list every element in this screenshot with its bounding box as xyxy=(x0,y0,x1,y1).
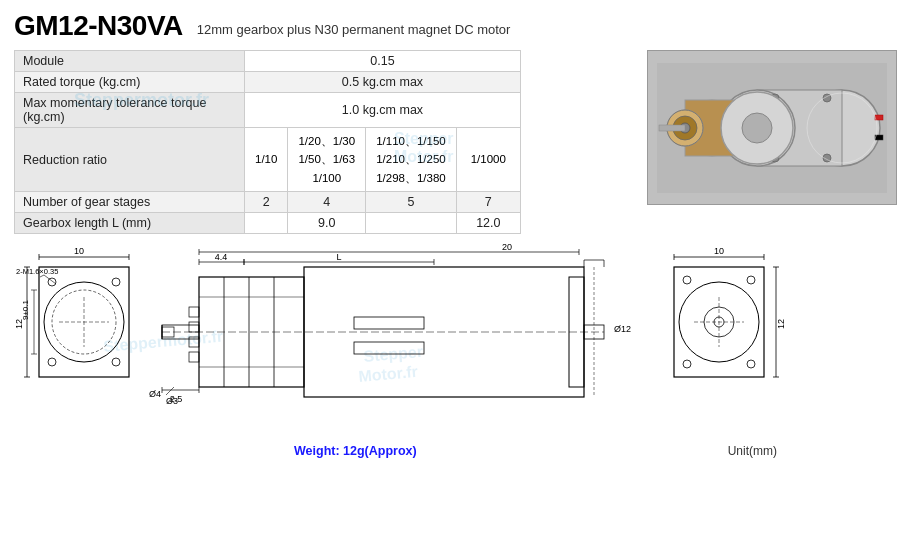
motor-image-box xyxy=(647,50,897,205)
svg-line-28 xyxy=(44,275,56,284)
main-container: GM12-N30VA 12mm gearbox plus N30 permane… xyxy=(0,0,911,549)
max-torque-label: Max momentary tolerance torque (kg.cm) xyxy=(15,93,245,128)
gear-stages-4: 4 xyxy=(288,192,366,213)
svg-point-42 xyxy=(112,358,120,366)
table-row-module: Module 0.15 xyxy=(15,51,521,72)
motor-illustration xyxy=(657,63,887,193)
gearbox-length-empty2 xyxy=(366,213,457,234)
svg-point-104 xyxy=(683,276,691,284)
header: GM12-N30VA 12mm gearbox plus N30 permane… xyxy=(14,10,897,42)
technical-drawings-svg: Steppermotor.fr Stepper Motor.fr 10 2-M1… xyxy=(14,242,894,442)
weight-text: Weight: 12g(Approx) xyxy=(294,444,417,458)
module-value: 0.15 xyxy=(245,51,521,72)
gearbox-length-label: Gearbox length L (mm) xyxy=(15,213,245,234)
gear-stages-5: 5 xyxy=(366,192,457,213)
svg-rect-73 xyxy=(354,317,424,329)
svg-point-105 xyxy=(747,276,755,284)
svg-text:9±0.1: 9±0.1 xyxy=(21,300,30,321)
module-label: Module xyxy=(15,51,245,72)
table-row-gear-stages: Number of gear stages 2 4 5 7 xyxy=(15,192,521,213)
svg-text:2-M1.6×0.35: 2-M1.6×0.35 xyxy=(16,267,58,276)
svg-text:Motor.fr: Motor.fr xyxy=(358,363,419,385)
rr-col-1: 1/10 xyxy=(245,128,288,192)
svg-point-41 xyxy=(48,358,56,366)
svg-text:10: 10 xyxy=(74,246,84,256)
svg-text:Ø12: Ø12 xyxy=(614,324,631,334)
gearbox-length-90: 9.0 xyxy=(288,213,366,234)
svg-point-40 xyxy=(112,278,120,286)
gear-stages-2: 2 xyxy=(245,192,288,213)
rr-col-4: 1/1000 xyxy=(456,128,520,192)
rr-col-3: 1/110、1/1501/210、1/2501/298、1/380 xyxy=(366,128,457,192)
svg-text:4.4: 4.4 xyxy=(215,252,228,262)
model-title: GM12-N30VA xyxy=(14,10,183,42)
specs-table: Module 0.15 Rated torque (kg.cm) 0.5 kg.… xyxy=(14,50,521,234)
specs-wrapper: Steppermotor.fr StepperMotor.fr Module 0… xyxy=(14,50,637,234)
svg-point-106 xyxy=(683,360,691,368)
svg-text:12: 12 xyxy=(776,319,786,329)
svg-text:L: L xyxy=(336,252,341,262)
svg-text:Steppermotor.fr: Steppermotor.fr xyxy=(103,328,224,355)
svg-text:2.5: 2.5 xyxy=(170,394,183,404)
svg-text:Ø4: Ø4 xyxy=(149,389,161,399)
rr-col-2: 1/20、1/301/50、1/631/100 xyxy=(288,128,366,192)
svg-rect-68 xyxy=(189,352,199,362)
svg-rect-10 xyxy=(659,125,685,131)
svg-rect-65 xyxy=(189,307,199,317)
gear-stages-label: Number of gear stages xyxy=(15,192,245,213)
svg-point-107 xyxy=(747,360,755,368)
rated-torque-label: Rated torque (kg.cm) xyxy=(15,72,245,93)
gearbox-length-empty xyxy=(245,213,288,234)
table-row-rated-torque: Rated torque (kg.cm) 0.5 kg.cm max xyxy=(15,72,521,93)
svg-text:20: 20 xyxy=(502,242,512,252)
svg-text:10: 10 xyxy=(714,246,724,256)
gearbox-length-120: 12.0 xyxy=(456,213,520,234)
unit-text: Unit(mm) xyxy=(728,444,777,458)
drawing-container: Steppermotor.fr Stepper Motor.fr 10 2-M1… xyxy=(14,242,897,442)
table-row-reduction-ratio: Reduction ratio 1/10 1/20、1/301/50、1/631… xyxy=(15,128,521,192)
drawings-wrapper: Steppermotor.fr Stepper Motor.fr 10 2-M1… xyxy=(14,242,897,539)
weight-unit-row: Weight: 12g(Approx) Unit(mm) xyxy=(14,444,897,458)
top-section: Steppermotor.fr StepperMotor.fr Module 0… xyxy=(14,50,897,234)
model-subtitle: 12mm gearbox plus N30 permanent magnet D… xyxy=(197,22,511,37)
reduction-ratio-label: Reduction ratio xyxy=(15,128,245,192)
table-row-max-torque: Max momentary tolerance torque (kg.cm) 1… xyxy=(15,93,521,128)
svg-point-39 xyxy=(48,278,56,286)
rated-torque-value: 0.5 kg.cm max xyxy=(245,72,521,93)
svg-point-19 xyxy=(742,113,772,143)
max-torque-value: 1.0 kg.cm max xyxy=(245,93,521,128)
table-row-gearbox-length: Gearbox length L (mm) 9.0 12.0 xyxy=(15,213,521,234)
gear-stages-7: 7 xyxy=(456,192,520,213)
